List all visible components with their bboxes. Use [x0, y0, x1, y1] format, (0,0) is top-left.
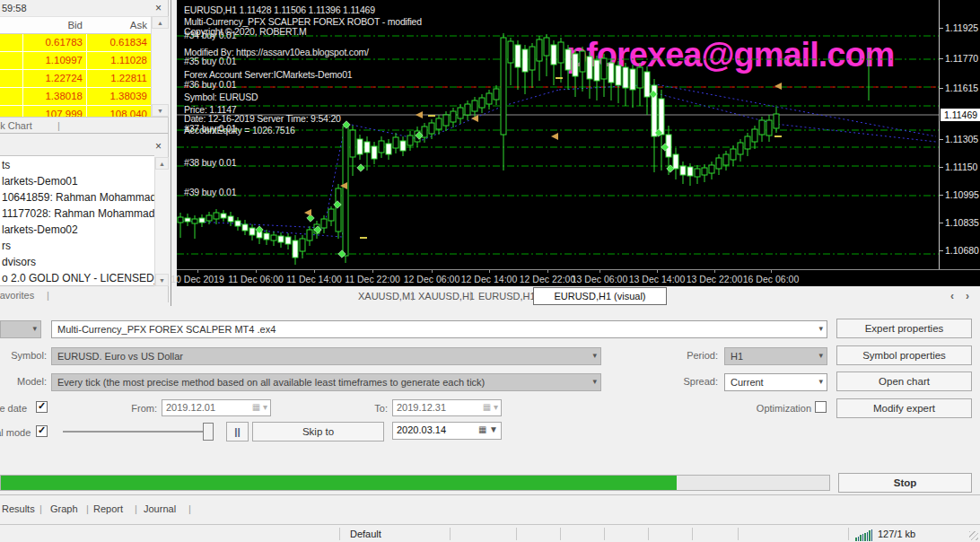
stop-button[interactable]: Stop [838, 473, 972, 493]
tab-separator: | [47, 290, 49, 301]
chevron-down-icon: ▾ [818, 351, 823, 360]
from-date-field[interactable]: 2019.12.01 ▦ ▾ [162, 399, 271, 416]
navigator-item[interactable]: rs [2, 240, 11, 252]
status-divider [450, 528, 451, 540]
tab-scroll-left-icon[interactable]: ‹ [950, 290, 954, 302]
time-axis-tick [547, 270, 548, 273]
navigator-item[interactable]: larkets-Demo02 [2, 223, 78, 236]
market-watch-close-icon[interactable]: × [155, 3, 162, 13]
traffic-counter: 127/1 kb [878, 529, 915, 539]
chart-tab[interactable]: XAUUSD,M1 [358, 291, 416, 302]
time-axis-label: 13 Dec 22:00 [683, 274, 746, 284]
use-date-checkbox[interactable] [36, 401, 48, 413]
chevron-down-icon: ▾ [818, 377, 823, 386]
to-date-value: 2019.12.31 [397, 402, 446, 413]
tab-graph[interactable]: Graph [50, 503, 78, 514]
price-axis: 1.11469 1.119251.117701.116151.113051.11… [939, 0, 980, 269]
time-axis-tick [657, 270, 658, 273]
model-value: Every tick (the most precise method base… [57, 377, 485, 388]
time-axis-label: 13 Dec 14:00 [626, 274, 688, 284]
navigator-item[interactable]: 11177028: Rahman Mohammad [2, 207, 154, 220]
spread-select[interactable]: Current ▾ [724, 373, 827, 391]
model-select[interactable]: Every tick (the most precise method base… [51, 373, 601, 391]
connection-signal-icon [855, 529, 875, 541]
price-axis-label: 1.11615 [945, 83, 978, 93]
modify-expert-button[interactable]: Modify expert [836, 398, 972, 418]
test-progress-bar [0, 475, 830, 491]
to-date-field[interactable]: 2019.12.31 ▦ ▾ [392, 399, 502, 416]
chart-window: pforexea@gmail.com EURUSD,H1 1.11428 1.1… [171, 0, 980, 306]
price-axis-label: 1.11150 [945, 162, 977, 172]
navigator-tabs: Favorites | [0, 286, 169, 303]
pause-button[interactable]: || [226, 422, 249, 441]
status-divider [648, 528, 649, 540]
market-watch-header: Bid Ask [0, 16, 151, 34]
chart-plot[interactable]: pforexea@gmail.com EURUSD,H1 1.11428 1.1… [177, 0, 939, 269]
signal-bar [858, 537, 860, 541]
market-watch-title: 59:58 [2, 3, 27, 13]
trade-label: #38 buy 0.01 [184, 157, 236, 168]
bid-column-header[interactable]: Bid [25, 20, 83, 31]
navigator-close-icon[interactable]: × [155, 141, 162, 152]
skip-date-field[interactable]: 2020.03.14 ▦ ▼ [392, 422, 502, 440]
open-chart-button[interactable]: Open chart [836, 372, 972, 391]
optimization-label: Optimization [750, 403, 811, 414]
tab-report[interactable]: Report [93, 503, 123, 514]
signal-bar [871, 529, 873, 541]
symbol-properties-button[interactable]: Symbol properties [836, 345, 972, 365]
chart-tab-active[interactable]: EURUSD,H1 (visual) [533, 287, 667, 305]
optimization-checkbox[interactable] [815, 401, 827, 413]
tab-results[interactable]: Results [2, 503, 35, 514]
period-select[interactable]: H1 ▾ [724, 347, 827, 365]
scroll-down-icon[interactable]: ▼ [152, 104, 169, 117]
status-bar: Default 127/1 kb [0, 524, 980, 542]
price-axis-tick [940, 195, 943, 196]
speed-slider-track[interactable] [63, 431, 213, 433]
tab-journal[interactable]: Journal [144, 503, 176, 514]
price-axis-tick [940, 223, 943, 223]
speed-slider-handle[interactable] [203, 423, 214, 441]
market-watch-scrollbar[interactable]: ▲ ▼ [151, 16, 169, 117]
time-axis-label: 11 Dec 14:00 [283, 274, 346, 284]
status-divider [560, 528, 561, 540]
expert-advisor-select[interactable]: Multi-Currency_PFX FOREX SCALPER MT4 .ex… [51, 320, 827, 338]
trade-label: #37 buy 0.01 [184, 123, 236, 134]
column-divider [86, 34, 87, 117]
tab-scroll-right-icon[interactable]: › [966, 290, 969, 302]
chevron-down-icon: ▾ [818, 324, 823, 333]
tab-tick-chart[interactable]: Tick Chart [0, 120, 32, 131]
tab-favorites[interactable]: Favorites [0, 290, 34, 301]
time-axis-label: 16 Dec 06:00 [739, 274, 802, 284]
navigator-item[interactable]: 10641859: Rahman Mohammad [2, 191, 154, 204]
chart-tab[interactable]: EURUSD,H1 [478, 291, 536, 302]
navigator-item[interactable]: o 2.0 GOLD ONLY - LICENSED_fix [2, 272, 154, 284]
status-divider [339, 528, 340, 540]
time-axis-label: 13 Dec 06:00 [568, 274, 631, 284]
status-divider [738, 528, 739, 540]
navigator-item[interactable]: ts [2, 159, 10, 171]
skip-to-button[interactable]: Skip to [252, 422, 384, 441]
chart-tab[interactable]: XAUUSD,H1 [418, 291, 475, 302]
current-price-box: 1.11469 [941, 109, 980, 121]
symbol-select[interactable]: EURUSD. Euro vs US Dollar ▾ [51, 347, 601, 365]
scroll-up-icon[interactable]: ▲ [152, 16, 169, 29]
price-axis-tick [940, 58, 943, 59]
scroll-up-icon[interactable]: ▲ [155, 157, 169, 170]
expert-properties-button[interactable]: Expert properties [836, 319, 972, 338]
market-watch-tabs: Tick Chart | [0, 117, 169, 133]
time-axis-tick [714, 270, 715, 273]
navigator-item[interactable]: dvisors [2, 256, 36, 268]
ask-column-header[interactable]: Ask [90, 20, 147, 31]
profile-name[interactable]: Default [350, 529, 381, 539]
chevron-down-icon: ▾ [32, 324, 37, 333]
price-axis-label: 1.10835 [945, 217, 979, 228]
to-label: To: [359, 403, 388, 414]
navigator-scrollbar[interactable]: ▲ ▼ [154, 157, 169, 286]
signal-bar [855, 538, 857, 541]
tab-separator: | [469, 290, 472, 301]
time-axis-tick [256, 270, 257, 273]
tester-mode-select[interactable]: ▾ [0, 320, 41, 338]
visual-mode-checkbox[interactable] [36, 425, 48, 437]
navigator-item[interactable]: larkets-Demo01 [2, 175, 78, 188]
bid-value: 1.10997 [25, 55, 83, 66]
